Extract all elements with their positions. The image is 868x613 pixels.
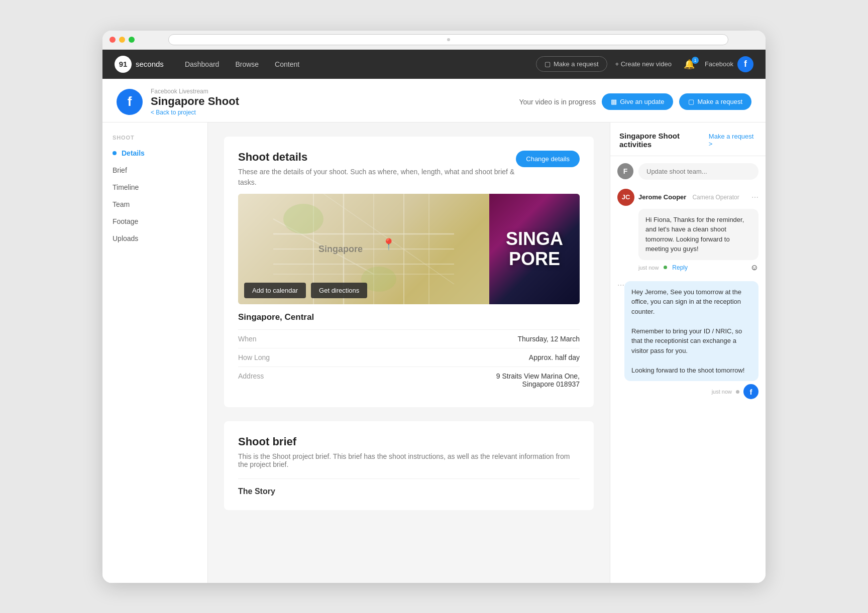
- shoot-details-card: Shoot details These are the details of y…: [224, 137, 594, 407]
- navbar-make-request-button[interactable]: ▢ Make a request: [536, 56, 607, 72]
- sidebar-brief-label: Brief: [113, 166, 127, 174]
- nav-avatar: f: [737, 56, 753, 72]
- project-info: f Facebook Livestream Singapore Shoot < …: [117, 88, 239, 116]
- map-pin: 📍: [382, 238, 395, 251]
- change-details-button[interactable]: Change details: [516, 151, 580, 167]
- sidebar-item-timeline[interactable]: Timeline: [102, 179, 207, 196]
- the-story-label: The Story: [238, 478, 580, 496]
- url-bar[interactable]: [168, 34, 728, 45]
- panel-make-request-link[interactable]: Make a request >: [709, 133, 756, 148]
- project-type: Facebook Livestream: [151, 88, 239, 95]
- sidebar-item-uploads[interactable]: Uploads: [102, 230, 207, 247]
- navbar: 91 seconds Dashboard Browse Content ▢ Ma…: [102, 50, 766, 79]
- update-shoot-team-input[interactable]: [638, 163, 758, 180]
- how-long-row: How Long Approx. half day: [238, 348, 580, 366]
- browser-chrome: [102, 31, 766, 50]
- header-make-request-label: Make a request: [697, 98, 742, 105]
- map-container: Singapore 📍 SINGAPORE Add to calendar Ge…: [238, 194, 580, 304]
- project-logo: f: [117, 89, 143, 115]
- nav-browse[interactable]: Browse: [228, 56, 266, 72]
- map-label: Singapore: [318, 243, 363, 254]
- singapore-image-overlay: SINGAPORE: [489, 194, 580, 304]
- update-input-row: F: [617, 163, 758, 180]
- sidebar: SHOOT Details Brief Timeline Team Footag…: [102, 122, 208, 583]
- how-long-value: Approx. half day: [529, 353, 580, 361]
- panel-header: Singapore Shoot activities Make a reques…: [610, 122, 766, 156]
- panel-title: Singapore Shoot activities: [619, 132, 709, 149]
- url-dot: [447, 38, 450, 41]
- sidebar-item-brief[interactable]: Brief: [102, 162, 207, 179]
- sidebar-item-details[interactable]: Details: [102, 145, 207, 162]
- emoji-button[interactable]: ☺: [750, 263, 758, 272]
- when-value: Thursday, 12 March: [518, 335, 580, 343]
- create-video-button[interactable]: + Create new video: [613, 57, 674, 71]
- sidebar-item-footage[interactable]: Footage: [102, 213, 207, 230]
- card-header-text: Shoot details These are the details of y…: [238, 151, 516, 188]
- jerome-role: Camera Operator: [692, 194, 739, 201]
- self-message-bubble: Hey Jerome, See you tomorrow at the offi…: [624, 281, 758, 382]
- project-meta: Facebook Livestream Singapore Shoot < Ba…: [151, 88, 239, 116]
- give-update-icon: ▩: [611, 98, 617, 105]
- self-more-button[interactable]: ⋯: [617, 281, 624, 289]
- browser-minimize-btn[interactable]: [119, 37, 125, 43]
- give-update-button[interactable]: ▩ Give an update: [602, 93, 673, 110]
- online-indicator: [664, 266, 667, 269]
- active-indicator: [113, 151, 117, 155]
- brief-subtitle: This is the Shoot project brief. This br…: [238, 452, 580, 468]
- card-header: Shoot details These are the details of y…: [238, 151, 580, 188]
- add-to-calendar-button[interactable]: Add to calendar: [244, 283, 306, 298]
- sidebar-item-team[interactable]: Team: [102, 196, 207, 213]
- update-avatar: F: [617, 163, 633, 179]
- nav-actions: ▢ Make a request + Create new video 🔔 1 …: [536, 56, 753, 72]
- content-area: Shoot details These are the details of y…: [208, 122, 610, 583]
- how-long-label: How Long: [238, 353, 270, 361]
- nav-user[interactable]: Facebook f: [705, 56, 753, 72]
- get-directions-button[interactable]: Get directions: [311, 283, 367, 298]
- svg-point-11: [283, 204, 323, 234]
- jerome-timestamp: just now: [638, 265, 659, 271]
- address-row: Address 9 Straits View Marina One,Singap…: [238, 366, 580, 393]
- self-message-wrap: ⋯ Hey Jerome, See you tomorrow at the of…: [617, 281, 758, 400]
- project-status: Your video is in progress: [519, 98, 596, 106]
- sidebar-team-label: Team: [113, 200, 130, 208]
- when-label: When: [238, 335, 257, 343]
- browser-maximize-btn[interactable]: [129, 37, 135, 43]
- nav-dashboard[interactable]: Dashboard: [178, 56, 227, 72]
- notification-button[interactable]: 🔔 1: [680, 57, 699, 72]
- message-meta-jerome: JC Jerome Cooper Camera Operator ⋯: [617, 189, 758, 206]
- jerome-avatar: JC: [617, 189, 634, 206]
- project-header: f Facebook Livestream Singapore Shoot < …: [102, 79, 766, 122]
- browser-close-btn[interactable]: [110, 37, 116, 43]
- nav-content[interactable]: Content: [268, 56, 306, 72]
- location-name: Singapore, Central: [238, 312, 580, 322]
- jerome-more-button[interactable]: ⋯: [751, 193, 758, 201]
- address-label: Address: [238, 372, 264, 380]
- make-request-icon: ▢: [545, 60, 551, 68]
- jerome-name: Jerome Cooper: [638, 193, 686, 201]
- give-update-label: Give an update: [620, 98, 664, 105]
- self-meta-row: just now f: [617, 384, 758, 399]
- address-value: 9 Straits View Marina One,Singapore 0189…: [496, 372, 580, 388]
- sidebar-details-label: Details: [122, 149, 145, 157]
- sidebar-timeline-label: Timeline: [113, 183, 139, 191]
- nav-links: Dashboard Browse Content: [178, 56, 536, 72]
- notification-badge: 1: [692, 57, 699, 64]
- sidebar-footage-label: Footage: [113, 217, 138, 225]
- when-row: When Thursday, 12 March: [238, 329, 580, 348]
- self-timestamp: just now: [712, 389, 732, 395]
- navbar-logo[interactable]: 91 seconds: [115, 56, 164, 73]
- jerome-reply-button[interactable]: Reply: [672, 264, 688, 271]
- message-item-jerome: JC Jerome Cooper Camera Operator ⋯ Hi Fi…: [617, 189, 758, 272]
- right-panel: Singapore Shoot activities Make a reques…: [610, 122, 766, 583]
- self-status-dot: [736, 390, 739, 394]
- details-grid: When Thursday, 12 March How Long Approx.…: [238, 329, 580, 393]
- make-request-label: Make a request: [554, 60, 599, 68]
- sidebar-section-label: SHOOT: [102, 135, 207, 145]
- project-name: Singapore Shoot: [151, 95, 239, 108]
- brief-title: Shoot brief: [238, 435, 580, 448]
- nav-user-name: Facebook: [705, 60, 733, 68]
- header-make-request-button[interactable]: ▢ Make a request: [679, 93, 751, 110]
- activity-feed: F JC Jerome Cooper Camera Operator ⋯ Hi …: [610, 156, 766, 583]
- back-to-project-link[interactable]: < Back to project: [151, 109, 239, 116]
- singa-text: SINGAPORE: [506, 229, 563, 269]
